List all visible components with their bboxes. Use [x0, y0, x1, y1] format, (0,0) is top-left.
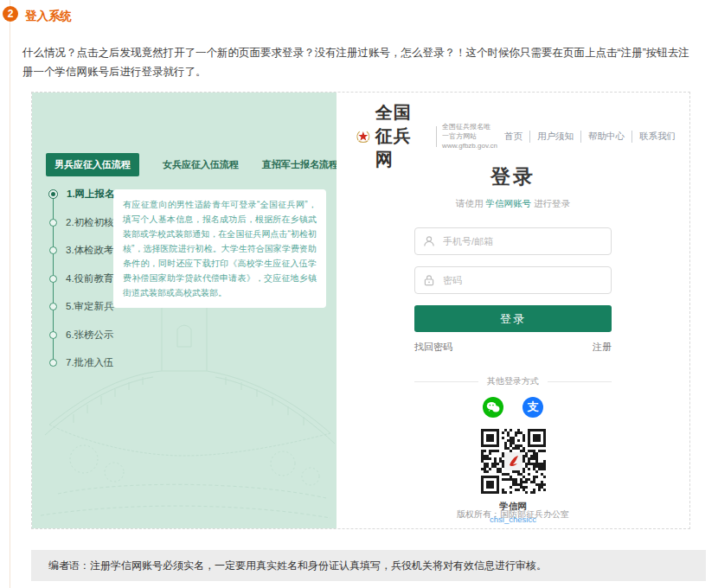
editor-note-bar: 编者语：注册学信网账号必须实名，一定要用真实姓名和身份证认真填写，兵役机关将对有…	[31, 550, 706, 581]
timeline-dot	[49, 359, 57, 367]
forgot-password-link[interactable]: 找回密码	[414, 341, 452, 354]
nav-help-center[interactable]: 帮助中心	[580, 131, 631, 143]
nav-home[interactable]: 首页	[497, 131, 529, 143]
site-header: 全国征兵网 全国征兵报名唯一官方网站 www.gfbzb.gov.cn 首页 用…	[356, 101, 683, 171]
nav-user-notice[interactable]: 用户须知	[529, 131, 580, 143]
qr-code	[481, 429, 546, 494]
password-field-wrap	[414, 266, 612, 294]
login-title: 登录	[337, 163, 689, 190]
login-subtitle: 请使用 学信网账号 进行登录	[337, 198, 689, 210]
login-form-area: 登录 请使用 学信网账号 进行登录	[337, 163, 689, 524]
timeline-step-label: 6.张榜公示	[66, 329, 114, 342]
social-login-row: 支	[337, 397, 689, 418]
tagline-line1: 全国征兵报名唯一官方网站	[442, 122, 497, 141]
register-link[interactable]: 注册	[593, 341, 612, 354]
account-field-wrap	[414, 227, 612, 255]
timeline-dot	[49, 303, 57, 310]
login-page-screenshot: 男兵应征入伍流程 女兵应征入伍流程 直招军士报名流程 1.网上报名 2.初检初核…	[31, 92, 690, 529]
user-icon	[423, 235, 435, 247]
step-detail-tooltip: 有应征意向的男性适龄青年可登录“全国征兵网”，填写个人基本信息，报名成功后，根据…	[113, 189, 326, 308]
site-logo-text[interactable]: 全国征兵网	[375, 101, 429, 171]
timeline-dot	[48, 189, 58, 199]
auth-links-row: 找回密码 注册	[414, 341, 612, 354]
timeline-dot	[49, 331, 57, 339]
subtitle-prefix: 请使用	[456, 198, 485, 208]
nav-contact-us[interactable]: 联系我们	[631, 131, 683, 143]
login-form: 登录 找回密码 注册	[414, 227, 612, 354]
intro-paragraph: 什么情况？点击之后发现竟然打开了一个新的页面要求登录？没有注册过账号，怎么登录？…	[22, 43, 694, 81]
tagline-url: www.gfbzb.gov.cn	[442, 141, 497, 150]
login-button[interactable]: 登录	[414, 305, 612, 332]
step-number-badge: 2	[3, 6, 18, 22]
wechat-login-icon[interactable]	[483, 397, 503, 418]
other-login-divider: 其他登录方式	[414, 375, 612, 387]
timeline-dot	[49, 246, 57, 254]
timeline-step-2[interactable]: 2.初检初核	[49, 216, 115, 245]
copyright-text: 版权所有：国防部征兵办公室	[337, 508, 689, 521]
subtitle-suffix: 进行登录	[531, 198, 570, 208]
timeline-step-5[interactable]: 5.审定新兵	[49, 300, 115, 329]
section-title: 登入系统	[25, 9, 72, 24]
timeline-step-3[interactable]: 3.体检政考	[49, 244, 115, 272]
timeline-step-label: 1.网上报名	[67, 188, 115, 201]
lock-icon	[423, 274, 435, 286]
other-login-label: 其他登录方式	[478, 375, 548, 387]
tab-female-enlistment[interactable]: 女兵应征入伍流程	[163, 158, 239, 171]
editor-note-text: 编者语：注册学信网账号必须实名，一定要用真实姓名和身份证认真填写，兵役机关将对有…	[48, 559, 547, 573]
timeline-dot	[49, 275, 57, 283]
timeline-step-label: 4.役前教育	[66, 272, 114, 285]
timeline-step-1[interactable]: 1.网上报名	[49, 188, 115, 216]
timeline-step-label: 2.初检初核	[66, 216, 114, 229]
timeline-step-4[interactable]: 4.役前教育	[49, 272, 115, 301]
tab-nco-recruitment[interactable]: 直招军士报名流程	[262, 158, 337, 171]
site-tagline: 全国征兵报名唯一官方网站 www.gfbzb.gov.cn	[442, 122, 497, 150]
enlistment-steps-timeline: 1.网上报名 2.初检初核 3.体检政考 4.役前教育 5.审定新兵 6.张榜公…	[49, 188, 115, 385]
timeline-step-label: 7.批准入伍	[66, 356, 114, 369]
alipay-login-icon[interactable]: 支	[522, 397, 543, 418]
process-panel: 男兵应征入伍流程 女兵应征入伍流程 直招军士报名流程 1.网上报名 2.初检初核…	[32, 93, 337, 528]
account-input[interactable]	[441, 235, 603, 247]
timeline-step-7[interactable]: 7.批准入伍	[49, 356, 115, 385]
tab-male-enlistment[interactable]: 男兵应征入伍流程	[46, 153, 139, 176]
login-panel: 全国征兵网 全国征兵报名唯一官方网站 www.gfbzb.gov.cn 首页 用…	[337, 93, 689, 528]
timeline-step-label: 3.体检政考	[66, 244, 114, 257]
chsi-account-link[interactable]: 学信网账号	[486, 198, 532, 208]
process-tabs: 男兵应征入伍流程 女兵应征入伍流程 直招军士报名流程	[46, 153, 337, 176]
guide-rail-line	[10, 0, 10, 588]
timeline-step-label: 5.审定新兵	[66, 300, 114, 313]
alipay-glyph: 支	[528, 399, 539, 415]
timeline-dot	[49, 219, 57, 227]
timeline-step-6[interactable]: 6.张榜公示	[49, 329, 115, 357]
logo-divider	[436, 126, 437, 147]
conscription-emblem-icon	[356, 124, 371, 150]
top-nav: 首页 用户须知 帮助中心 联系我们	[497, 131, 683, 143]
password-input[interactable]	[441, 274, 603, 286]
